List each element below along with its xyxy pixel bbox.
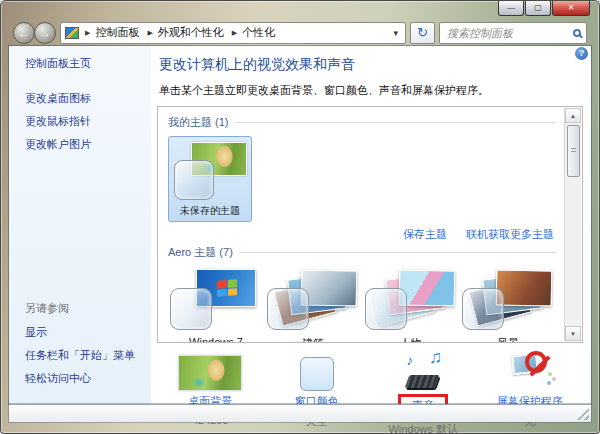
theme-tile-label: 未保存的主题 xyxy=(169,204,251,218)
breadcrumb-label: 个性化 xyxy=(242,25,275,40)
sounds-value: Windows 默认 xyxy=(370,422,477,434)
personalization-window: — ▢ ✕ ← → ▶ 控制面板 ▶ 外观和个性化 ▶ 个性化 ▾ ↻ xyxy=(0,0,600,434)
breadcrumb-item-personalization[interactable]: ▶ 个性化 xyxy=(228,25,279,40)
screen-saver-button[interactable] xyxy=(477,349,584,391)
theme-tile-landscapes[interactable]: 风景 xyxy=(460,266,556,343)
window-color-button[interactable] xyxy=(264,349,371,391)
aero-glass-icon xyxy=(267,288,309,330)
refresh-icon: ↻ xyxy=(417,25,428,40)
save-theme-link[interactable]: 保存主题 xyxy=(403,228,447,240)
wallpaper-stack-image xyxy=(496,270,553,307)
address-toolbar: ← → ▶ 控制面板 ▶ 外观和个性化 ▶ 个性化 ▾ ↻ xyxy=(13,21,587,44)
section-divider xyxy=(239,252,556,253)
address-bar[interactable]: ▶ 控制面板 ▶ 外观和个性化 ▶ 个性化 ▾ xyxy=(60,22,406,44)
status-bar xyxy=(9,404,591,422)
breadcrumb-item-control-panel[interactable]: ▶ 控制面板 xyxy=(81,25,143,40)
theme-tile-characters[interactable]: 人物 xyxy=(363,266,459,343)
forward-button[interactable]: → xyxy=(34,22,56,44)
sidebar-item-change-account-picture[interactable]: 更改帐户图片 xyxy=(25,137,145,152)
theme-art xyxy=(168,266,264,334)
window-color-swatch-icon xyxy=(300,357,334,391)
speaker-device-icon xyxy=(405,375,440,388)
breadcrumb-label: 控制面板 xyxy=(95,25,139,40)
maximize-icon: ▢ xyxy=(534,3,542,12)
aero-glass-icon xyxy=(174,160,214,200)
music-note-icon: ♪ xyxy=(406,352,413,368)
desktop-background-button[interactable] xyxy=(157,349,264,391)
help-button[interactable]: ? xyxy=(575,47,588,60)
theme-tile-label: 风景 xyxy=(497,337,519,343)
breadcrumb-item-appearance[interactable]: ▶ 外观和个性化 xyxy=(143,25,227,40)
themes-scrollbar[interactable]: ▲ ▼ xyxy=(564,108,581,341)
theme-tile-label: 建筑 xyxy=(302,337,324,343)
theme-tile-architecture[interactable]: 建筑 xyxy=(265,266,361,343)
personalization-icon xyxy=(65,27,79,39)
theme-tile-windows7[interactable]: Windows 7 xyxy=(168,266,264,343)
sidebar: 控制面板主页 更改桌面图标 更改鼠标指针 更改帐户图片 另请参阅 显示 任务栏和… xyxy=(9,46,151,404)
window-content: 控制面板主页 更改桌面图标 更改鼠标指针 更改帐户图片 另请参阅 显示 任务栏和… xyxy=(9,46,591,404)
search-icon xyxy=(573,29,581,37)
chevron-right-icon: ▶ xyxy=(232,29,237,37)
aero-themes-section-header: Aero 主题 (7) xyxy=(168,245,556,260)
aero-glass-icon xyxy=(365,288,407,330)
see-also-header: 另请参阅 xyxy=(25,301,135,316)
music-note-icon: ♫ xyxy=(429,347,443,368)
search-input[interactable] xyxy=(445,26,573,40)
aero-themes-header-label: Aero 主题 (7) xyxy=(168,245,233,260)
theme-tile-label: 人物 xyxy=(400,337,422,343)
wallpaper-stack-image xyxy=(398,270,455,307)
back-icon: ← xyxy=(18,26,30,40)
sidebar-item-taskbar-start-menu[interactable]: 任务栏和「开始」菜单 xyxy=(25,348,135,363)
aero-glass-icon xyxy=(170,288,212,330)
sound-speaker-icon: ♪ ♫ xyxy=(400,349,446,391)
refresh-button[interactable]: ↻ xyxy=(410,22,435,44)
windows-logo-icon xyxy=(217,279,237,297)
address-dropdown-button[interactable]: ▾ xyxy=(390,28,401,38)
prohibition-icon xyxy=(525,351,547,373)
page-subtitle: 单击某个主题立即更改桌面背景、窗口颜色、声音和屏幕保护程序。 xyxy=(159,83,583,98)
theme-art xyxy=(363,266,459,334)
my-themes-section-header: 我的主题 (1) xyxy=(168,115,556,130)
scroll-up-button[interactable]: ▲ xyxy=(565,108,581,123)
main-pane: ? 更改计算机上的视觉效果和声音 单击某个主题立即更改桌面背景、窗口颜色、声音和… xyxy=(151,46,591,404)
aero-glass-icon xyxy=(462,288,504,330)
desktop-background-thumbnail-icon xyxy=(178,355,242,391)
wallpaper-stack-image xyxy=(301,270,358,307)
sidebar-item-ease-of-access[interactable]: 轻松访问中心 xyxy=(25,371,135,386)
theme-art xyxy=(460,266,556,334)
bubble-dots-icon xyxy=(547,381,551,385)
resize-grip[interactable] xyxy=(577,408,589,420)
scroll-down-icon: ▼ xyxy=(570,331,576,337)
get-more-themes-online-link[interactable]: 联机获取更多主题 xyxy=(466,228,554,240)
sidebar-item-control-panel-home[interactable]: 控制面板主页 xyxy=(25,56,145,71)
search-box[interactable] xyxy=(439,22,587,44)
section-divider xyxy=(235,122,557,123)
scroll-down-button[interactable]: ▼ xyxy=(565,326,581,341)
chevron-right-icon: ▶ xyxy=(147,29,152,37)
theme-links-row: 保存主题 联机获取更多主题 xyxy=(168,227,554,242)
minimize-button[interactable]: — xyxy=(498,1,524,16)
sidebar-item-display[interactable]: 显示 xyxy=(25,325,135,340)
themes-panel: 我的主题 (1) 未保存的主题 保存主题 联机获取更多主题 Aero 主题 (7… xyxy=(157,106,583,343)
theme-tile-label: Windows 7 xyxy=(189,336,243,343)
aero-themes-row: Windows 7 建筑 xyxy=(168,266,556,343)
sidebar-item-change-mouse-pointers[interactable]: 更改鼠标指针 xyxy=(25,114,145,129)
theme-art xyxy=(265,266,361,334)
sounds-button[interactable]: ♪ ♫ xyxy=(370,349,477,391)
forward-icon: → xyxy=(39,26,51,40)
chevron-right-icon: ▶ xyxy=(85,29,90,37)
maximize-button[interactable]: ▢ xyxy=(525,1,551,16)
screen-saver-blocked-icon xyxy=(507,349,553,391)
close-button[interactable]: ✕ xyxy=(552,1,590,16)
theme-tile-unsaved[interactable]: 未保存的主题 xyxy=(168,136,252,222)
scroll-up-icon: ▲ xyxy=(570,113,576,119)
close-icon: ✕ xyxy=(568,3,575,12)
sidebar-see-also-section: 另请参阅 显示 任务栏和「开始」菜单 轻松访问中心 xyxy=(25,301,135,394)
sidebar-item-change-desktop-icons[interactable]: 更改桌面图标 xyxy=(25,91,145,106)
help-icon: ? xyxy=(579,48,585,58)
page-title: 更改计算机上的视觉效果和声音 xyxy=(159,56,583,74)
back-button[interactable]: ← xyxy=(13,22,35,44)
scrollbar-thumb[interactable] xyxy=(567,125,580,177)
my-themes-header-label: 我的主题 (1) xyxy=(168,115,229,130)
minimize-icon: — xyxy=(507,3,515,12)
